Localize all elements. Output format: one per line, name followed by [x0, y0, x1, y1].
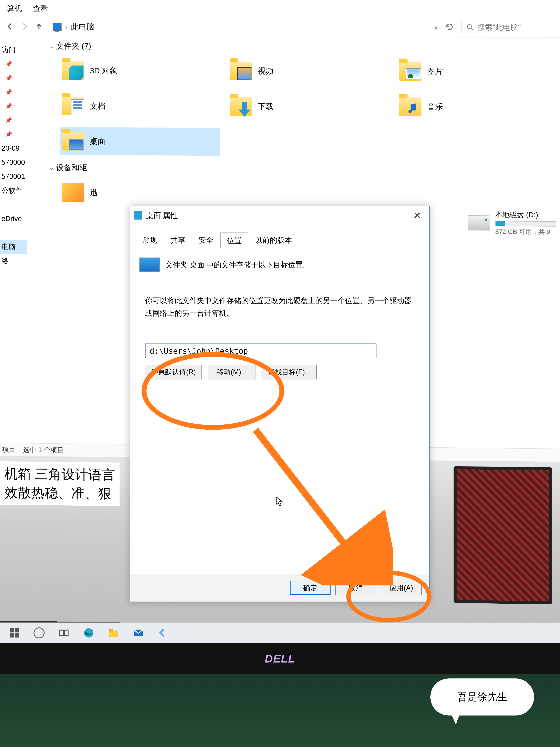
nav-back-icon[interactable] [5, 22, 15, 32]
sidebar-item[interactable]: 📌 [0, 71, 27, 85]
desktop-folder-icon [139, 258, 160, 272]
taskbar [0, 622, 560, 643]
breadcrumb[interactable]: › 此电脑 [49, 22, 434, 32]
folder-icon [399, 62, 422, 81]
folder-icon [399, 98, 422, 116]
svg-rect-4 [15, 634, 19, 638]
sidebar-item[interactable]: 20-09 [0, 141, 27, 155]
tab-location[interactable]: 位置 [220, 233, 248, 248]
tab-security[interactable]: 安全 [192, 232, 220, 248]
folder-downloads[interactable]: 下载 [228, 93, 397, 121]
group-devices-header[interactable]: ⌄ 设备和驱 [49, 162, 560, 175]
svg-rect-9 [109, 629, 113, 632]
svg-rect-8 [109, 630, 118, 637]
tab-previous-versions[interactable]: 以前的版本 [248, 232, 299, 248]
search-icon [466, 23, 474, 31]
start-button[interactable] [7, 626, 21, 640]
sidebar-item[interactable]: 570000 [0, 155, 27, 170]
sidebar-item[interactable]: 络 [0, 254, 27, 268]
taskbar-edge-icon[interactable] [82, 626, 96, 640]
sidebar-item[interactable]: 📌 [0, 57, 27, 71]
tab-sharing[interactable]: 共享 [164, 232, 192, 248]
chevron-down-icon: ⌄ [49, 42, 54, 50]
sidebar-item[interactable]: eDrive [0, 212, 27, 226]
breadcrumb-this-pc[interactable]: 此电脑 [71, 22, 94, 32]
taskbar-app-icon[interactable] [156, 626, 170, 640]
pin-icon: 📌 [5, 103, 12, 109]
watermark-speech-bubble: 吾是徐先生 [430, 678, 534, 716]
dialog-title: 桌面 属性 [146, 210, 178, 221]
dialog-tabs: 常规 共享 安全 位置 以前的版本 [130, 225, 429, 248]
sidebar-item[interactable]: 570001 [0, 169, 27, 184]
dialog-titlebar[interactable]: 桌面 属性 ✕ [130, 206, 429, 225]
folder-pictures[interactable]: 图片 [397, 57, 560, 85]
this-pc-icon [53, 23, 61, 31]
folder-videos[interactable]: 视频 [228, 57, 397, 85]
app-icon [62, 183, 84, 202]
tab-panel-location: 文件夹 桌面 中的文件存储于以下目标位置。 你可以将此文件夹中文件存储的位置更改… [136, 248, 424, 568]
group-folders-header[interactable]: ⌄ 文件夹 (7) [49, 41, 560, 52]
pin-icon: 📌 [5, 131, 12, 137]
nav-up-icon[interactable] [34, 22, 43, 32]
sidebar-item[interactable]: 📌 [0, 85, 27, 99]
sidebar-item[interactable]: 公软件 [0, 183, 27, 198]
folder-icon [230, 97, 252, 116]
cortana-button[interactable] [32, 626, 46, 640]
ribbon-tab-view[interactable]: 查看 [27, 3, 53, 14]
properties-dialog: 桌面 属性 ✕ 常规 共享 安全 位置 以前的版本 文件夹 桌面 中的文件存储于… [130, 206, 430, 602]
refresh-icon[interactable] [445, 23, 454, 32]
location-path-input[interactable]: d:\Users\John\Desktop [145, 343, 376, 358]
folder-3d-objects[interactable]: 3D 对象 [60, 57, 228, 85]
taskbar-explorer-icon[interactable] [107, 626, 121, 640]
svg-rect-6 [64, 630, 68, 636]
ribbon-tab-computer[interactable]: 算机 [1, 3, 27, 14]
search-input[interactable]: 搜索"此电脑" [461, 20, 560, 34]
sidebar-item[interactable]: 📌 [0, 99, 27, 113]
ok-button[interactable]: 确定 [290, 581, 330, 595]
drive-title: 本地磁盘 (D:) [495, 210, 556, 220]
apply-button[interactable]: 应用(A) [381, 581, 422, 595]
tab-general[interactable]: 常规 [136, 232, 164, 248]
pin-icon: 📌 [5, 117, 12, 123]
sidebar-item[interactable] [0, 226, 27, 240]
sidebar-item[interactable] [0, 198, 27, 212]
nav-sidebar: 访问 📌 📌 📌 📌 📌 📌 20-09 570000 570001 公软件 e… [0, 37, 27, 417]
folder-desktop[interactable]: 桌面 [60, 127, 220, 156]
folder-icon [230, 62, 252, 80]
ribbon-tabs: 算机 查看 [0, 0, 560, 17]
pin-icon: 📌 [5, 89, 12, 95]
svg-point-0 [468, 24, 471, 28]
drive-local-d[interactable]: 本地磁盘 (D:) 872 GB 可用，共 9 [468, 210, 556, 236]
close-button[interactable]: ✕ [409, 210, 425, 221]
sidebar-item[interactable]: 📌 [0, 113, 27, 127]
chevron-right-icon: › [65, 22, 68, 31]
folder-icon [62, 97, 84, 115]
svg-rect-2 [15, 628, 19, 633]
sidebar-item[interactable]: 📌 [0, 127, 27, 141]
move-button[interactable]: 移动(M)... [208, 365, 256, 380]
sidebar-item[interactable]: 访问 [0, 43, 27, 57]
address-bar: › 此电脑 v 搜索"此电脑" [0, 17, 560, 37]
task-view-button[interactable] [57, 626, 71, 640]
find-target-button[interactable]: 查找目标(F)... [262, 365, 317, 380]
folder-icon [62, 61, 84, 80]
svg-rect-3 [10, 634, 14, 638]
pin-icon: 📌 [5, 60, 12, 67]
desktop-icon [134, 211, 142, 220]
chevron-down-icon: ⌄ [49, 164, 54, 171]
folder-music[interactable]: 音乐 [397, 93, 560, 121]
device-xunlei[interactable]: 迅 [60, 178, 560, 209]
cancel-button[interactable]: 取消 [336, 581, 376, 595]
sidebar-item-this-pc[interactable]: 电脑 [0, 240, 27, 254]
location-description: 你可以将此文件夹中文件存储的位置更改为此硬盘上的另一个位置、另一个驱动器或网络上… [136, 272, 424, 319]
monitor-brand: DELL [265, 652, 295, 665]
pin-icon: 📌 [5, 75, 12, 81]
status-item-count: 项目 [2, 445, 16, 454]
drive-usage-bar [495, 221, 556, 227]
taskbar-mail-icon[interactable] [132, 626, 145, 640]
svg-rect-1 [10, 628, 14, 633]
dropdown-chevron-icon[interactable]: v [434, 23, 437, 31]
folder-documents[interactable]: 文档 [60, 92, 228, 121]
restore-default-button[interactable]: 还原默认值(R) [145, 365, 202, 380]
nav-forward-icon[interactable] [20, 22, 29, 32]
